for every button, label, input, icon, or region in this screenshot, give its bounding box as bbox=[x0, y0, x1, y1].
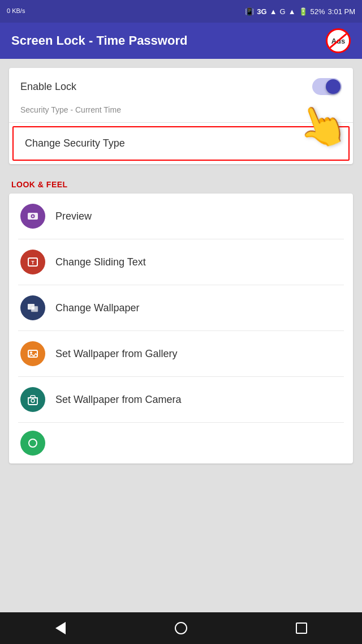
svg-point-9 bbox=[31, 399, 35, 402]
vibrate-icon: 📳 bbox=[245, 7, 254, 16]
main-content: Enable Lock Security Type - Current Time… bbox=[0, 59, 362, 612]
look-and-feel-header: LOOK & FEEL bbox=[9, 173, 353, 194]
list-item-camera[interactable]: Set Wallpaper from Camera bbox=[9, 377, 353, 422]
preview-label: Preview bbox=[55, 211, 92, 222]
carrier-label: G bbox=[280, 7, 286, 16]
preview-icon bbox=[20, 204, 45, 229]
gallery-icon bbox=[20, 341, 45, 366]
ads-strikethrough bbox=[326, 30, 350, 51]
svg-point-10 bbox=[29, 439, 37, 447]
list-item-wallpaper[interactable]: Change Wallpaper bbox=[9, 285, 353, 330]
data-speed: 0 KB/s bbox=[7, 7, 25, 15]
settings-card: Enable Lock Security Type - Current Time… bbox=[9, 68, 353, 164]
list-item-preview[interactable]: Preview bbox=[9, 194, 353, 239]
app-title: Screen Lock - Time Password bbox=[11, 33, 187, 48]
recents-icon bbox=[296, 622, 307, 634]
home-button[interactable] bbox=[164, 617, 198, 639]
sliding-text-label: Change Sliding Text bbox=[55, 256, 146, 268]
bottom-nav-bar bbox=[0, 612, 362, 644]
battery-percent: 52% bbox=[311, 7, 325, 16]
network-icon: 3G bbox=[257, 7, 266, 16]
recents-button[interactable] bbox=[285, 617, 318, 639]
back-button[interactable] bbox=[44, 617, 77, 639]
signal-icon: ▲ bbox=[270, 7, 277, 16]
camera-label: Set Wallpaper from Camera bbox=[55, 394, 181, 406]
battery-icon: 🔋 bbox=[299, 7, 308, 16]
svg-text:T: T bbox=[31, 260, 35, 265]
wallpaper-label: Change Wallpaper bbox=[55, 302, 139, 314]
list-item-sliding-text[interactable]: T Change Sliding Text bbox=[9, 239, 353, 285]
status-bar: 0 KB/s 📳 3G ▲ G ▲ 🔋 52% 3:01 PM bbox=[0, 0, 362, 23]
sliding-text-icon: T bbox=[20, 250, 45, 274]
carrier-signal-icon: ▲ bbox=[288, 7, 296, 16]
partial-icon bbox=[20, 431, 45, 456]
time-display: 3:01 PM bbox=[328, 7, 355, 16]
list-item-partial[interactable] bbox=[9, 423, 353, 463]
enable-lock-label: Enable Lock bbox=[20, 81, 76, 93]
ads-badge: Ads bbox=[326, 28, 351, 53]
status-icons: 📳 3G ▲ G ▲ 🔋 52% 3:01 PM bbox=[245, 7, 355, 16]
home-icon bbox=[175, 622, 187, 634]
toggle-thumb bbox=[326, 79, 341, 94]
wallpaper-icon bbox=[20, 295, 45, 320]
list-item-gallery[interactable]: Set Wallpaper from Gallery bbox=[9, 331, 353, 376]
enable-lock-toggle[interactable] bbox=[312, 78, 342, 95]
app-bar: Screen Lock - Time Password Ads bbox=[0, 23, 362, 59]
back-icon bbox=[55, 622, 66, 634]
enable-lock-row[interactable]: Enable Lock bbox=[9, 68, 353, 105]
svg-rect-6 bbox=[31, 306, 38, 312]
svg-point-8 bbox=[30, 351, 32, 354]
camera-icon bbox=[20, 387, 45, 412]
look-feel-list: Preview T Change Sliding Text Change bbox=[9, 194, 353, 463]
svg-point-2 bbox=[32, 216, 34, 217]
change-security-label: Change Security Type bbox=[25, 138, 125, 149]
gallery-label: Set Wallpaper from Gallery bbox=[55, 348, 177, 360]
